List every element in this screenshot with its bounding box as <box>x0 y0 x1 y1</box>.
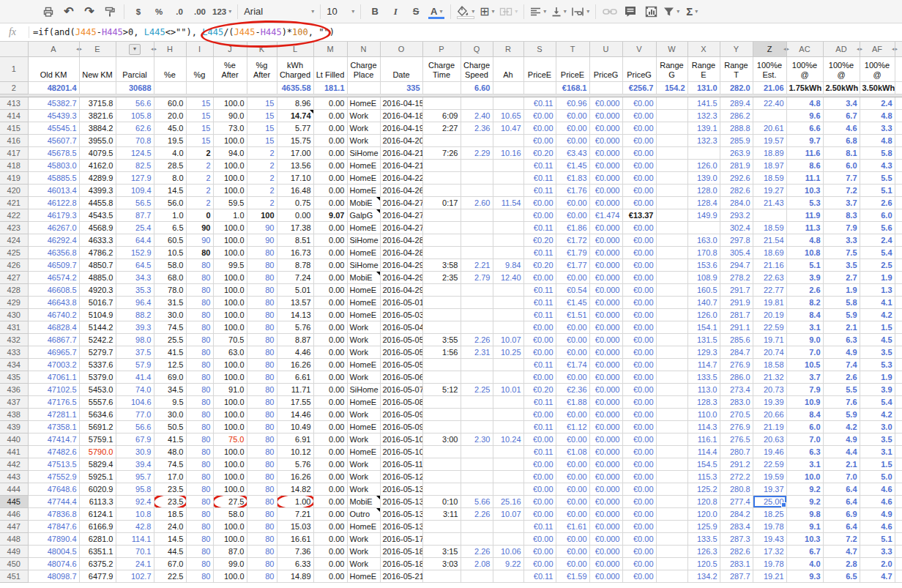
cell-I424[interactable]: 90 <box>186 234 213 246</box>
cell-E433[interactable]: 5279.7 <box>79 346 116 358</box>
cell-AF426[interactable]: 2.5 <box>860 258 895 271</box>
column-header-N[interactable]: N <box>347 42 380 56</box>
cell-S443[interactable]: €0.00 <box>523 470 556 483</box>
cell-Z439[interactable]: 21.19 <box>753 420 786 433</box>
cell-N438[interactable]: Work <box>347 408 380 420</box>
cell-J449[interactable]: 87.0 <box>213 545 247 557</box>
cell-F434[interactable]: 57.9 <box>116 358 154 371</box>
cell-S436[interactable]: €0.20 <box>523 383 556 395</box>
cell-Q437[interactable] <box>461 395 493 408</box>
cell-H444[interactable]: 23.5 <box>154 483 186 495</box>
column-header-Y[interactable]: Y <box>720 42 753 56</box>
cell-Y425[interactable]: 305.4 <box>720 246 753 258</box>
cell-V2[interactable]: €256.7 <box>622 81 656 94</box>
cell-O435[interactable]: 2016-05-06 <box>380 371 422 383</box>
cell-M442[interactable]: 0.00 <box>313 458 347 470</box>
cell-O441[interactable]: 2016-05-10 <box>380 445 422 458</box>
cell-F441[interactable]: 30.9 <box>116 445 154 458</box>
cell-edge[interactable] <box>895 420 902 433</box>
cell-O418[interactable]: 2016-04-21 <box>380 159 422 171</box>
cell-R418[interactable] <box>493 159 523 171</box>
cell-AC421[interactable]: 5.3 <box>786 196 823 209</box>
number-format-dropdown[interactable]: 123▾ <box>210 3 234 21</box>
cell-U440[interactable]: €0.000 <box>589 433 622 445</box>
cell-L414[interactable]: 14.74 <box>277 109 313 122</box>
cell-X431[interactable]: 154.1 <box>687 321 720 333</box>
cell-X450[interactable]: 120.5 <box>687 557 720 570</box>
cell-edge[interactable] <box>895 258 902 271</box>
cell-N415[interactable]: Work <box>347 122 380 134</box>
cell-P418[interactable] <box>422 159 461 171</box>
row-header-439[interactable]: 439 <box>0 420 28 433</box>
row-header-427[interactable]: 427 <box>0 271 28 283</box>
cell-P419[interactable] <box>422 171 461 184</box>
cell-U427[interactable]: €0.000 <box>589 271 622 283</box>
cell-P442[interactable] <box>422 458 461 470</box>
cell-Z435[interactable]: 21.32 <box>753 371 786 383</box>
cell-AD414[interactable]: 6.7 <box>823 109 860 122</box>
cell-R425[interactable] <box>493 246 523 258</box>
cell-E450[interactable]: 6375.2 <box>79 557 116 570</box>
cell-N421[interactable]: MobiE <box>347 196 380 209</box>
cell-E416[interactable]: 3955.0 <box>79 134 116 146</box>
unhide-columns-icon[interactable]: ◂ <box>892 43 895 55</box>
cell-AC432[interactable]: 9.0 <box>786 333 823 346</box>
cell-Q419[interactable] <box>461 171 493 184</box>
cell-X414[interactable]: 132.3 <box>687 109 720 122</box>
cell-N433[interactable]: Work <box>347 346 380 358</box>
cell-E440[interactable]: 5759.1 <box>79 433 116 445</box>
cell-M418[interactable]: 0.00 <box>313 159 347 171</box>
cell-A436[interactable]: 47102.5 <box>28 383 79 395</box>
cell-S434[interactable]: €0.11 <box>523 358 556 371</box>
cell-X424[interactable]: 163.0 <box>687 234 720 246</box>
cell-Y421[interactable]: 284.0 <box>720 196 753 209</box>
row-header-436[interactable]: 436 <box>0 383 28 395</box>
cell-Z436[interactable]: 20.73 <box>753 383 786 395</box>
cell-edge[interactable] <box>895 97 902 109</box>
cell-AC433[interactable]: 7.0 <box>786 346 823 358</box>
cell-R419[interactable] <box>493 171 523 184</box>
cell-L425[interactable]: 16.73 <box>277 246 313 258</box>
cell-X416[interactable]: 132.3 <box>687 134 720 146</box>
cell-I436[interactable]: 80 <box>186 383 213 395</box>
cell-H439[interactable]: 50.5 <box>154 420 186 433</box>
cell-U447[interactable]: €0.000 <box>589 520 622 532</box>
cell-T437[interactable]: €1.88 <box>556 395 589 408</box>
cell-E449[interactable]: 6351.1 <box>79 545 116 557</box>
cell-W426[interactable] <box>656 258 687 271</box>
cell-AC425[interactable]: 10.8 <box>786 246 823 258</box>
row-header-419[interactable]: 419 <box>0 171 28 184</box>
cell-S415[interactable]: €0.00 <box>523 122 556 134</box>
cell-P449[interactable]: 3:15 <box>422 545 461 557</box>
cell-U419[interactable]: €0.000 <box>589 171 622 184</box>
cell-N443[interactable]: Work <box>347 470 380 483</box>
cell-T433[interactable]: €0.00 <box>556 346 589 358</box>
cell-AC441[interactable]: 6.3 <box>786 445 823 458</box>
cell-X427[interactable]: 108.9 <box>687 271 720 283</box>
cell-V417[interactable]: €0.00 <box>622 146 656 159</box>
cell-X438[interactable]: 110.0 <box>687 408 720 420</box>
cell-Y414[interactable]: 286.2 <box>720 109 753 122</box>
row-header-446[interactable]: 446 <box>0 507 28 520</box>
cell-H446[interactable]: 18.5 <box>154 507 186 520</box>
cell-J446[interactable]: 58.0 <box>213 507 247 520</box>
cell-I444[interactable]: 80 <box>186 483 213 495</box>
cell-Z434[interactable]: 18.58 <box>753 358 786 371</box>
cell-S413[interactable]: €0.11 <box>523 97 556 109</box>
cell-AF431[interactable]: 1.5 <box>860 321 895 333</box>
cell-K441[interactable]: 80 <box>247 445 277 458</box>
cell-N424[interactable]: SiHome <box>347 234 380 246</box>
cell-I432[interactable]: 80 <box>186 333 213 346</box>
cell-S433[interactable]: €0.00 <box>523 346 556 358</box>
cell-N419[interactable]: HomeE <box>347 171 380 184</box>
cell-E447[interactable]: 6166.9 <box>79 520 116 532</box>
cell-K422[interactable]: 100 <box>247 209 277 221</box>
cell-M447[interactable]: 0.00 <box>313 520 347 532</box>
cell-L427[interactable]: 7.24 <box>277 271 313 283</box>
cell-AD437[interactable]: 7.6 <box>823 395 860 408</box>
cell-F422[interactable]: 87.7 <box>116 209 154 221</box>
cell-P429[interactable] <box>422 296 461 308</box>
cell-H428[interactable]: 78.0 <box>154 283 186 296</box>
cell-R421[interactable]: 11.54 <box>493 196 523 209</box>
cell-J447[interactable]: 100.0 <box>213 520 247 532</box>
